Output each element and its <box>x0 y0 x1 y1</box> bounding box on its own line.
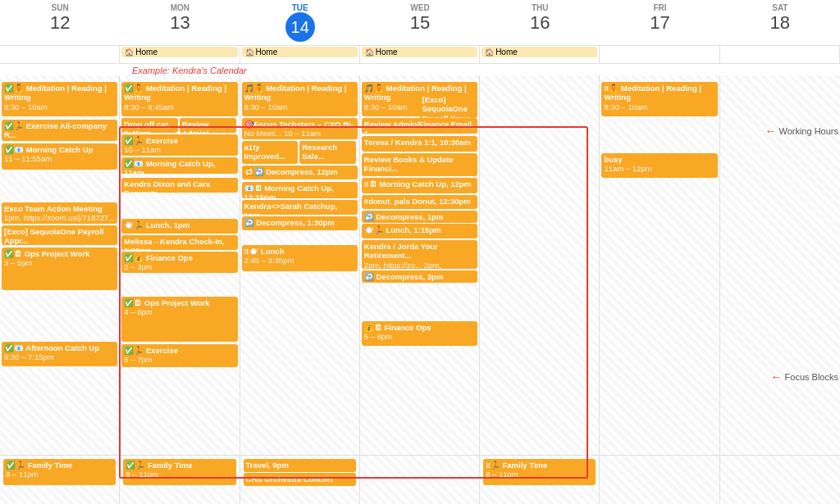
event-fri-meditation[interactable]: ‼️🧘 Meditation | Reading | Writing 8:30 … <box>601 82 717 116</box>
example-label-container: Example: Kendra's Calendar <box>0 64 840 75</box>
allday-row: 🏠 Home 🏠 Home 🏠 Home 🏠 Home <box>0 46 840 64</box>
allday-wed: 🏠 Home <box>360 46 480 63</box>
working-hours-annotation: ← Working Hours <box>765 125 838 138</box>
bottom-sun: ✅🏃 Family Time 8 – 11pm <box>0 456 120 504</box>
allday-sat <box>720 46 840 63</box>
col-wed: 🎵🧘 Meditation | Reading | Writing 8:30 –… <box>360 75 480 504</box>
event-mon-dropoff[interactable]: Drop off car, 9:45am <box>121 118 178 133</box>
home-icon: 🏠 <box>245 48 254 57</box>
bottom-tue: Travel, 9pm CHS Orchestra Concert <box>240 456 360 504</box>
event-sun-ops-project[interactable]: ✅🗓 Ops Project Work 3 – 5pm <box>2 247 117 290</box>
event-sun-payroll[interactable]: [Exco] SequoiaOne Payroll Appr... 2 – 3p… <box>2 225 117 245</box>
home-icon: 🏠 <box>485 48 494 57</box>
bottom-wed <box>360 456 480 504</box>
bottom-events-row: ✅🏃 Family Time 8 – 11pm ✅🏃 Family Time 8… <box>0 455 840 504</box>
calendar-container: SUN 12 MON 13 TUE 14 WED 15 THU 16 FRI 1… <box>0 0 840 504</box>
event-mon-exercise2[interactable]: ✅🏃 Exercise 6 – 7pm <box>121 344 237 367</box>
event-tue-kendra-sarah[interactable]: Kendra<>Sarah Catchup, 1pm <box>242 200 358 215</box>
day-header-sat: SAT 18 <box>720 0 840 45</box>
event-tue-morning-catchup[interactable]: 📧🗓 Morning Catch Up, 12:15pm <box>242 182 358 198</box>
day-header-thu: THU 16 <box>480 0 600 45</box>
calendar-grid: ✅🧘 Meditation | Reading | Writing 8:30 –… <box>0 75 840 504</box>
event-mon-kendra-dixon[interactable]: Kendra Dixon and Cara Borenste... <box>121 178 237 193</box>
allday-sun <box>0 46 120 63</box>
day-header-wed: WED 15 <box>360 0 480 45</box>
event-wed-review-admin[interactable]: Review Admin/Finance Email, 1... <box>362 118 477 134</box>
event-mon-ops-project[interactable]: ✅🗓 Ops Project Work 4 – 6pm <box>121 297 237 342</box>
stripe-bg-sat <box>720 75 840 504</box>
event-mon-meditation[interactable]: ✅🧘 Meditation | Reading | Writing 8:30 –… <box>121 82 237 116</box>
col-sat <box>720 75 840 504</box>
event-tue-a1ty[interactable]: a1ty Improved... 11am – 12pm <box>242 141 299 164</box>
main-area: ← Working Hours ← Focus Blocks ✅🧘 Medita… <box>0 75 840 504</box>
event-sun-exercise[interactable]: ✅🏃 Exercise All-company R... 10 – 11am <box>2 120 117 141</box>
bottom-fri <box>600 456 719 504</box>
event-mon-exercise[interactable]: ✅🏃 Exercise 10 – 11am <box>121 134 237 156</box>
event-wed-kendra-jordan[interactable]: Kendra / Jorda Your Retirement... 2pm, h… <box>362 240 477 269</box>
event-wed-teresa[interactable]: Teresa / Kendra 1:1, 10:30am <box>362 136 477 152</box>
allday-tue: 🏠 Home <box>240 46 360 63</box>
col-tue: 🎵🧘 Meditation | Reading | Writing 8:30 –… <box>240 75 360 504</box>
event-sun-meditation[interactable]: ✅🧘 Meditation | Reading | Writing 8:30 –… <box>2 82 117 116</box>
col-sun: ✅🧘 Meditation | Reading | Writing 8:30 –… <box>0 75 120 504</box>
home-icon: 🏠 <box>125 48 134 57</box>
event-wed-decompress[interactable]: ↩️ Decompress, 1pm <box>362 211 477 223</box>
focus-blocks-annotation: ← Focus Blocks <box>771 370 838 384</box>
day-header-fri: FRI 17 <box>600 0 719 45</box>
col-fri: ‼️🧘 Meditation | Reading | Writing 8:30 … <box>600 75 719 504</box>
event-sun-morning-catchup[interactable]: ✅📧 Morning Catch Up 11 – 11:55am <box>2 143 117 170</box>
home-icon: 🏠 <box>365 48 374 57</box>
col-mon: ✅🧘 Meditation | Reading | Writing 8:30 –… <box>120 75 240 504</box>
event-tue-lunch[interactable]: ‼️🍽️ Lunch 2:45 – 3:35pm <box>242 245 358 271</box>
event-wed-lunch[interactable]: 🍽️🏃 Lunch, 1:15pm <box>362 224 477 238</box>
event-wed-morning-catchup[interactable]: ‼️🗓 Morning Catch Up, 12pm <box>362 178 477 193</box>
event-bottom-thu-family[interactable]: ‼️🏃 Family Time 8 – 11pm <box>483 459 596 485</box>
working-hours-label: Working Hours <box>778 126 838 136</box>
allday-home-wed[interactable]: 🏠 Home <box>362 47 477 57</box>
bottom-thu: ‼️🏃 Family Time 8 – 11pm <box>480 456 600 504</box>
event-tue-decompress2[interactable]: ↩️ Decompress, 1:30pm <box>242 216 358 230</box>
focus-blocks-label: Focus Blocks <box>785 372 838 382</box>
bottom-sat <box>720 456 840 504</box>
event-bottom-tue-chs[interactable]: CHS Orchestra Concert <box>244 473 356 486</box>
stripe-bg-fri <box>600 75 719 504</box>
allday-fri <box>600 46 719 63</box>
arrow-left-icon2: ← <box>771 370 783 384</box>
allday-mon: 🏠 Home <box>120 46 240 63</box>
day-headers-row: SUN 12 MON 13 TUE 14 WED 15 THU 16 FRI 1… <box>0 0 840 46</box>
event-tue-research[interactable]: Research Sale... 11am – 12pm <box>299 141 356 164</box>
event-mon-lunch[interactable]: 🍽️🏃 Lunch, 1pm <box>121 219 237 234</box>
event-bottom-tue-travel[interactable]: Travel, 9pm <box>244 459 356 472</box>
event-tue-focus[interactable]: 🎯Focus Techstars – CXO Bi- No Meeti... 1… <box>242 118 358 139</box>
event-bottom-sun-family[interactable]: ✅🏃 Family Time 8 – 11pm <box>3 459 116 485</box>
bottom-mon: ✅🏃 Family Time 8 – 11pm <box>120 456 240 504</box>
day-header-tue: TUE 14 <box>240 0 360 45</box>
event-wed-review-books[interactable]: Review Books & Update Financi... 11am – … <box>362 153 477 176</box>
event-mon-review-admin[interactable]: Review Admin/... <box>180 118 236 133</box>
event-wed-payroll[interactable]: [Exco] SequoiaOne Payroll times 9 – 10am <box>419 93 477 118</box>
allday-home-tue[interactable]: 🏠 Home <box>242 47 358 57</box>
stripe-bg-thu <box>480 75 599 504</box>
event-wed-decompress2[interactable]: ↩️ Decompress, 3pm <box>362 270 477 283</box>
allday-home-mon[interactable]: 🏠 Home <box>121 47 237 57</box>
col-thu <box>480 75 600 504</box>
event-tue-decompress[interactable]: 🔁↩️ Decompress, 12pm <box>242 166 358 179</box>
stripe-bg-tue <box>240 75 359 504</box>
day-header-sun: SUN 12 <box>0 0 120 45</box>
day-header-mon: MON 13 <box>120 0 240 45</box>
arrow-left-icon: ← <box>765 125 776 138</box>
event-bottom-mon-family[interactable]: ✅🏃 Family Time 8 – 11pm <box>123 459 235 485</box>
event-wed-finance-ops[interactable]: 💰🗓 Finance Ops 5 – 6pm <box>362 321 477 346</box>
allday-home-thu[interactable]: 🏠 Home <box>482 47 597 57</box>
allday-thu: 🏠 Home <box>480 46 600 63</box>
event-fri-busy[interactable]: busy 11am – 12pm <box>601 153 717 178</box>
event-sun-exco-team[interactable]: Exco Team Action Meeting 1pm, https://zo… <box>2 202 117 224</box>
event-sun-afternoon-catchup[interactable]: ✅📧 Afternoon Catch Up 6:30 – 7:15pm <box>2 342 117 366</box>
event-mon-finance-ops[interactable]: ✅💰 Finance Ops 2 – 3pm <box>121 252 237 273</box>
event-mon-morning-catchup[interactable]: ✅📧 Morning Catch Up, 11am <box>121 157 237 174</box>
event-wed-donut[interactable]: #donut_pals Donut, 12:30pm <box>362 195 477 209</box>
event-mon-melissa-checkin[interactable]: Melissa→Kendra Check-In, 1:30pm <box>121 235 237 250</box>
event-tue-meditation[interactable]: 🎵🧘 Meditation | Reading | Writing 8:30 –… <box>242 82 358 116</box>
